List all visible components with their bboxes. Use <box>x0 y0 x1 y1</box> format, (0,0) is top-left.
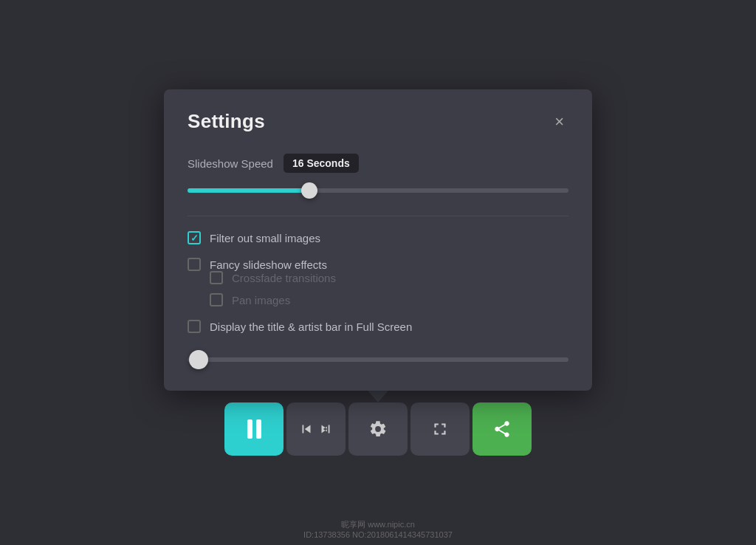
speed-section: Slideshow Speed 16 Seconds <box>188 154 568 198</box>
skip-next-icon <box>317 421 334 437</box>
checkbox-crossfade[interactable] <box>210 271 223 284</box>
checkbox-pan-images[interactable] <box>210 293 223 306</box>
share-button[interactable] <box>472 402 532 456</box>
modal-header: Settings × <box>188 110 568 133</box>
skip-btns <box>298 421 334 437</box>
second-slider-track <box>188 357 568 362</box>
option-fancy-effects[interactable]: Fancy slideshow effects <box>188 258 568 271</box>
slider-track <box>188 188 568 193</box>
modal-container: Settings × Slideshow Speed 16 Seconds <box>164 89 592 402</box>
share-icon <box>492 419 512 439</box>
fullscreen-icon <box>430 419 450 439</box>
option-label-pan-images: Pan images <box>232 294 290 306</box>
option-title-bar[interactable]: Display the title & artist bar in Full S… <box>188 320 568 333</box>
settings-button[interactable] <box>348 402 408 456</box>
pause-bar-left <box>247 419 252 439</box>
divider <box>188 216 568 216</box>
second-slider-section <box>188 352 568 367</box>
modal-title: Settings <box>188 110 265 133</box>
skip-prev-next-button[interactable] <box>286 402 346 456</box>
second-slider[interactable] <box>188 352 568 367</box>
close-button[interactable]: × <box>550 111 568 133</box>
option-label-crossfade: Crossfade transitions <box>232 272 336 284</box>
speed-label: Slideshow Speed <box>188 157 273 170</box>
fullscreen-button[interactable] <box>410 402 470 456</box>
option-label-fancy-effects: Fancy slideshow effects <box>210 258 327 271</box>
watermark: 昵享网 www.nipic.cn ID:13738356 NO:20180614… <box>303 519 453 539</box>
speed-slider[interactable] <box>188 183 568 198</box>
watermark-site: 昵享网 www.nipic.cn <box>341 520 415 529</box>
speed-badge: 16 Seconds <box>284 154 359 173</box>
checkbox-fancy-effects[interactable] <box>188 258 201 271</box>
option-filter-small[interactable]: Filter out small images <box>188 231 568 244</box>
options-section: Filter out small images Fancy slideshow … <box>188 231 568 333</box>
page-wrapper: Settings × Slideshow Speed 16 Seconds <box>0 0 756 545</box>
toolbar <box>224 402 532 456</box>
option-pan-images[interactable]: Pan images <box>210 293 568 306</box>
checkbox-title-bar[interactable] <box>188 320 201 333</box>
checkbox-filter-small[interactable] <box>188 231 201 244</box>
sub-options-fancy: Crossfade transitions Pan images <box>210 271 568 306</box>
pause-bar-right <box>256 419 261 439</box>
option-crossfade[interactable]: Crossfade transitions <box>210 271 568 284</box>
modal-tail <box>368 391 388 402</box>
pause-icon <box>247 419 261 439</box>
watermark-id: ID:13738356 NO:2018061414345731037 <box>303 530 453 539</box>
slider-thumb[interactable] <box>301 182 317 199</box>
second-slider-thumb[interactable] <box>189 350 208 369</box>
settings-modal: Settings × Slideshow Speed 16 Seconds <box>164 89 592 391</box>
gear-icon <box>368 419 388 439</box>
pause-button[interactable] <box>224 402 284 456</box>
speed-label-row: Slideshow Speed 16 Seconds <box>188 154 568 173</box>
option-label-filter-small: Filter out small images <box>210 232 320 244</box>
slider-fill <box>188 188 309 193</box>
skip-prev-icon <box>298 421 315 437</box>
option-fancy-group: Fancy slideshow effects Crossfade transi… <box>188 258 568 306</box>
option-label-title-bar: Display the title & artist bar in Full S… <box>210 321 412 333</box>
